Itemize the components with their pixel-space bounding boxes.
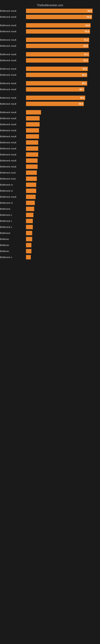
bar-wrapper [26,140,100,145]
bar-fill [26,116,40,120]
bar-fill [26,201,35,205]
bar-label: Bottleneck result [0,74,26,76]
bar-wrapper: 51.8 [26,23,100,28]
bar-wrapper: 50.1 [26,81,100,86]
bar-wrapper [26,201,100,205]
bar-fill [26,237,32,241]
bar-value: 48.7 [79,88,84,90]
bar-wrapper [26,188,100,193]
bar-fill [26,225,33,229]
bar-label: Bottleneck result [0,166,26,168]
bar-label: Bottleneck re [0,190,26,192]
bar-label: Bottlenec [0,244,26,246]
bars-container: Bottleneck result52.6Bottleneck result52… [0,8,100,260]
bar-wrapper [26,225,100,229]
bar-row: Bottlenec [0,248,100,254]
bar-fill [26,110,41,114]
bar-value: 51.8 [86,24,90,26]
bar-label: Bottleneck result [0,39,26,41]
bar-wrapper [26,134,100,139]
bar-wrapper [26,128,100,132]
row-gap [0,107,100,109]
bar-fill: 48.4 [26,102,84,106]
bar-wrapper [26,122,100,126]
bar-fill [26,164,38,169]
bar-fill: 52.4 [26,15,92,19]
row-gap [0,20,100,22]
bar-label: Bottleneck result [0,147,26,150]
bar-fill: 51.2 [26,38,89,42]
bar-wrapper: 52.4 [26,15,100,19]
bar-fill [26,170,37,175]
bar-row: Bottleneck result [0,194,100,200]
bar-row: Bottleneck result [0,146,100,151]
bar-wrapper [26,146,100,151]
bar-row: Bottleneck result [0,110,100,115]
bar-label: Bottleneck n [0,256,26,258]
bar-wrapper [26,182,100,187]
chart-container: TheBottlenecker.com Bottleneck result52.… [0,0,100,262]
bar-label: Bottleneck result [0,123,26,126]
bar-label: Bottleneck s [0,214,26,216]
bar-wrapper [26,213,100,217]
bar-row: Bottleneck re [0,182,100,188]
bar-wrapper [26,194,100,199]
bar-fill [26,219,33,223]
bar-row: Bottleneck result50.3 [0,72,100,78]
bar-fill: 52.6 [26,9,93,13]
bar-label: Bottleneck result [0,160,26,162]
bar-row: Bottlenec [0,236,100,242]
bar-wrapper [26,170,100,175]
bar-value: 50.9 [84,45,88,47]
bar-fill: 51.1 [26,52,89,56]
bar-label: Bottleneck result [0,24,26,26]
bar-row: Bottleneck result [0,164,100,170]
bar-label: Bottleneck result [0,88,26,90]
bar-row: Bottleneck s [0,224,100,230]
bar-row: Bottleneck result [0,158,100,164]
bar-label: Bottleneck re [0,184,26,186]
bar-value: 50.1 [82,82,86,84]
bar-label: Bottleneck result [0,153,26,156]
bar-row: Bottleneck result51.1 [0,52,100,57]
bar-value: 49.2 [80,96,84,99]
bar-value: 48.4 [79,103,83,105]
bar-wrapper [26,158,100,163]
bar-label: Bottleneck s [0,226,26,228]
bar-fill: 48.7 [26,87,84,92]
bar-fill: 51.0 [26,58,89,62]
bar-label: Bottleneck result [0,10,26,12]
bar-value: 51.5 [85,30,89,32]
bar-fill [26,134,39,139]
row-gap [0,78,100,80]
bar-label: Bottleneck result [0,129,26,132]
bar-label: Bottleneck result [0,45,26,47]
bar-value: 50.3 [82,74,86,76]
bar-row: Bottleneck s [0,212,100,218]
bar-row: Bottleneck result49.2 [0,95,100,100]
bar-label: Bottlenec [0,250,26,252]
bar-fill: 51.5 [26,29,90,34]
bar-row: Bottleneck re [0,188,100,194]
bar-value: 52.4 [87,16,91,18]
bar-fill [26,128,39,132]
bar-wrapper [26,152,100,157]
bar-row: Bottleneck s [0,218,100,224]
bar-row: Bottleneck resul [0,170,100,176]
bar-fill [26,158,38,163]
bar-row: Bottleneck result [0,122,100,127]
bar-row: Bottleneck result51.2 [0,37,100,43]
bar-wrapper [26,249,100,253]
bar-value: 52.6 [88,10,92,12]
bar-wrapper: 51.0 [26,58,100,62]
bar-wrapper [26,116,100,120]
bar-value: 50.5 [83,68,87,70]
bar-fill [26,207,34,211]
bar-fill: 51.8 [26,23,91,28]
bar-wrapper [26,231,100,235]
bar-label: Bottleneck result [0,82,26,84]
bar-fill [26,182,36,187]
bar-fill [26,176,37,181]
bar-fill [26,152,38,157]
bar-label: Bottleneck re [0,202,26,204]
